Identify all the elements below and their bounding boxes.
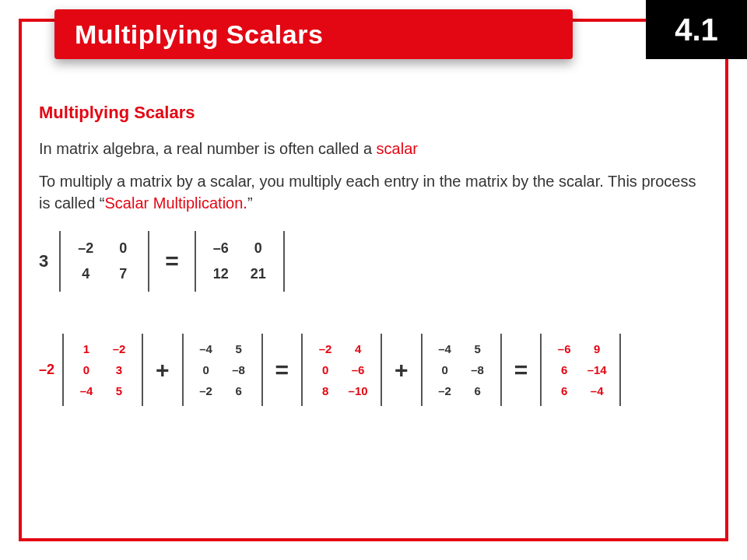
eq2-matrix-c: –24 0–6 8–10 [301,334,382,406]
eq2-scalar: –2 [39,360,54,380]
eq2-matrix-d: –45 0–8 –26 [421,334,502,406]
section-number-badge: 4.1 [646,0,747,59]
paragraph-2-text-c: ” [247,194,253,212]
slide-title: Multiplying Scalars [75,19,323,50]
cell: –8 [461,359,494,380]
cell: 0 [104,236,142,261]
scalar-keyword: scalar [377,140,418,157]
cell: –8 [223,359,255,380]
cell: 6 [223,380,255,401]
cell: –4 [429,338,461,359]
cell: –6 [202,236,240,261]
eq1-scalar: 3 [39,250,48,274]
content-subheading: Multiplying Scalars [39,101,708,125]
cell: 8 [309,380,342,401]
cell: –6 [342,359,374,380]
cell: –2 [309,338,342,359]
eq2-plus-2: + [390,354,413,387]
eq2-matrix-b: –45 0–8 –26 [182,334,263,406]
cell: –2 [67,236,104,261]
paragraph-1-text: In matrix algebra, a real number is ofte… [39,140,377,157]
section-number-text: 4.1 [675,12,718,47]
eq1-equals: = [160,245,184,278]
cell: 6 [461,380,494,401]
cell: 0 [70,359,103,380]
cell: 12 [202,261,240,287]
cell: 0 [429,359,461,380]
cell: 9 [580,338,613,359]
cell: 4 [342,338,374,359]
cell: 5 [461,338,494,359]
cell: 6 [548,359,580,380]
title-banner: Multiplying Scalars [54,9,573,59]
cell: 1 [70,338,103,359]
cell: 7 [104,261,142,287]
eq1-matrix-a: –20 47 [59,231,149,292]
cell: 0 [309,359,342,380]
paragraph-1: In matrix algebra, a real number is ofte… [39,138,708,159]
cell: 0 [190,359,223,380]
eq2-matrix-a: 1–2 03 –45 [62,334,143,406]
cell: –10 [342,380,374,401]
cell: 5 [223,338,255,359]
eq2-plus-1: + [151,354,174,387]
equation-2: –2 1–2 03 –45 + –45 0–8 –26 = –24 0–6 8–… [39,334,708,406]
slide-content: Multiplying Scalars In matrix algebra, a… [39,101,708,529]
cell: 5 [103,380,135,401]
eq2-equals-2: = [510,354,533,387]
cell: 6 [548,380,580,401]
cell: 3 [103,359,135,380]
eq2-matrix-result: –69 6–14 6–4 [540,334,621,406]
cell: –4 [580,380,613,401]
cell: –14 [580,359,613,380]
paragraph-2: To multiply a matrix by a scalar, you mu… [39,170,708,214]
cell: –4 [70,380,103,401]
cell: –4 [190,338,223,359]
cell: 0 [240,236,277,261]
cell: –2 [190,380,223,401]
cell: –2 [103,338,135,359]
eq1-matrix-result: –60 1221 [195,231,285,292]
cell: 4 [67,261,104,287]
cell: –2 [429,380,461,401]
eq2-equals-1: = [271,354,294,387]
equation-1: 3 –20 47 = –60 1221 [39,231,708,292]
cell: –6 [548,338,580,359]
scalar-multiplication-term: Scalar Multiplication. [104,194,247,212]
cell: 21 [240,261,277,287]
